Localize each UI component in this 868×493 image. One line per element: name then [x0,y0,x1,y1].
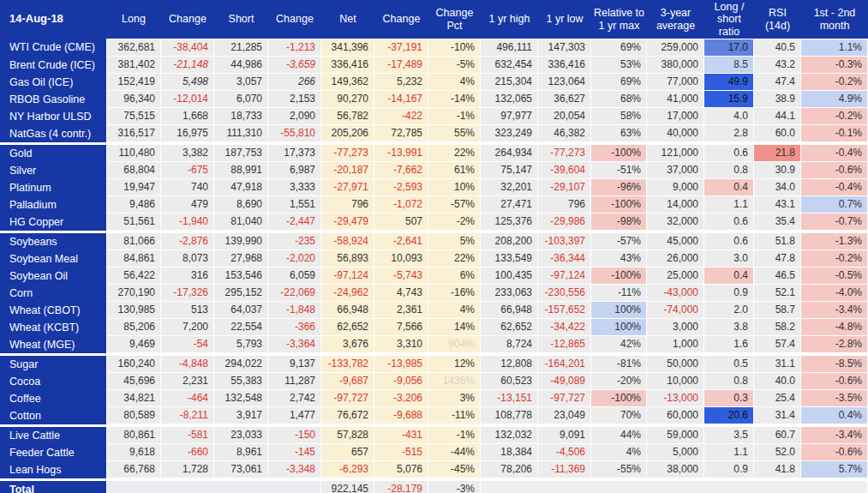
cell: 100,435 [481,268,538,285]
cell: -28,179 [374,478,428,493]
cell: -7,662 [374,162,428,179]
cell: 40,000 [647,125,704,142]
cell: 43.2 [754,57,801,74]
cell: 26,000 [647,250,704,268]
cell: 64,037 [214,302,268,319]
cell: 12,808 [481,353,538,373]
cell: 60,523 [481,373,538,390]
column-header: Relative to 1 yr max [591,0,647,39]
table-row: Palladium9,4864798,6901,551796-1,072-57%… [0,196,868,213]
cell: 14,000 [647,196,704,213]
cell: 9,137 [268,353,321,373]
cell: 27,968 [214,250,268,268]
table-body: WTI Crude (CME)362,681-38,40421,285-1,21… [0,39,868,493]
cell: -1,848 [268,302,321,319]
cell: 1,000 [647,336,704,353]
cell: 121,000 [647,142,704,162]
cell: 37,000 [647,162,704,179]
cell: 60.0 [754,125,801,142]
cell: -49,089 [538,373,591,390]
cell: -3,348 [268,461,321,478]
cell: 3,917 [214,407,268,424]
table-row: Feeder Cattle9,618-6608,961-145657-515-4… [0,444,868,461]
cell: 479 [161,196,214,213]
cell: -3,364 [268,336,321,353]
cell: 41,000 [647,91,704,108]
cell: -14% [428,91,481,108]
cell: -4.0% [801,285,868,302]
cell: 19,947 [106,179,161,196]
cell: -10% [428,39,481,57]
cell: -97,727 [538,390,591,407]
cell: 336,416 [538,57,591,74]
cell: -464 [161,390,214,407]
cell: 362,681 [106,39,161,57]
cell: 266 [268,74,321,91]
cell: 34,821 [106,390,161,407]
cell: 50,000 [647,353,704,373]
cell: 43.1 [754,196,801,213]
row-label: NY Harbor ULSD [0,108,106,125]
cell: -96% [591,179,647,196]
cell: 8,961 [214,444,268,461]
cell: 0.4% [801,407,868,424]
cell: -13,000 [647,390,704,407]
cell: -2,641 [374,231,428,250]
cell: 84,861 [106,250,161,268]
cell: 20,054 [538,108,591,125]
cell: 61% [428,162,481,179]
cell: -4,848 [161,353,214,373]
row-label: Corn [0,285,106,302]
cell: 8,690 [214,196,268,213]
cell: 60.7 [754,424,801,444]
cell: 1.6 [704,336,754,353]
row-label: WTI Crude (CME) [0,39,106,57]
cell: 3,310 [374,336,428,353]
cell: 52.1 [754,285,801,302]
table-row: Wheat (CBOT)130,98551364,037-1,84866,948… [0,302,868,319]
table-row: Lean Hogs66,7681,72873,061-3,348-6,2935,… [0,461,868,478]
cell: -0.7% [801,213,868,231]
cell: 100% [591,302,647,319]
cell: 59,000 [647,424,704,444]
cell: 52.0 [754,444,801,461]
total-empty-right [481,478,868,493]
cell: -97,124 [321,268,374,285]
cell: -9,056 [374,373,428,390]
cell: 36,627 [538,91,591,108]
cell: 496,111 [481,39,538,57]
cell: 18,733 [214,108,268,125]
cell: -2% [428,213,481,231]
cell: -11% [428,407,481,424]
cell: 2.8 [704,125,754,142]
cell: 70% [591,407,647,424]
cell: 108,778 [481,407,538,424]
cell: -0.4% [801,142,868,162]
cell: 0.5 [704,353,754,373]
cell: 5% [428,231,481,250]
total-label: Total [0,478,106,493]
cell: 0.6 [704,231,754,250]
cell: -2,020 [268,250,321,268]
cell: -2,593 [374,179,428,196]
cell: 233,063 [481,285,538,302]
cell: -235 [268,231,321,250]
cell: -5% [428,57,481,74]
cell: 632,454 [481,57,538,74]
cell: -16% [428,285,481,302]
cell: -1% [428,424,481,444]
column-header: Long / short ratio [704,0,754,39]
cell: 0.3 [704,390,754,407]
cell: 53% [591,57,647,74]
cell: 66,768 [106,461,161,478]
cell: 34.0 [754,179,801,196]
cell: -145 [268,444,321,461]
cell: 336,416 [321,57,374,74]
cell: 3,057 [214,74,268,91]
cell: 81,040 [214,213,268,231]
row-label: RBOB Gasoline [0,91,106,108]
cell: 38.9 [754,91,801,108]
cell: 4% [428,302,481,319]
cell: 66,948 [481,302,538,319]
cell: 66,948 [321,302,374,319]
